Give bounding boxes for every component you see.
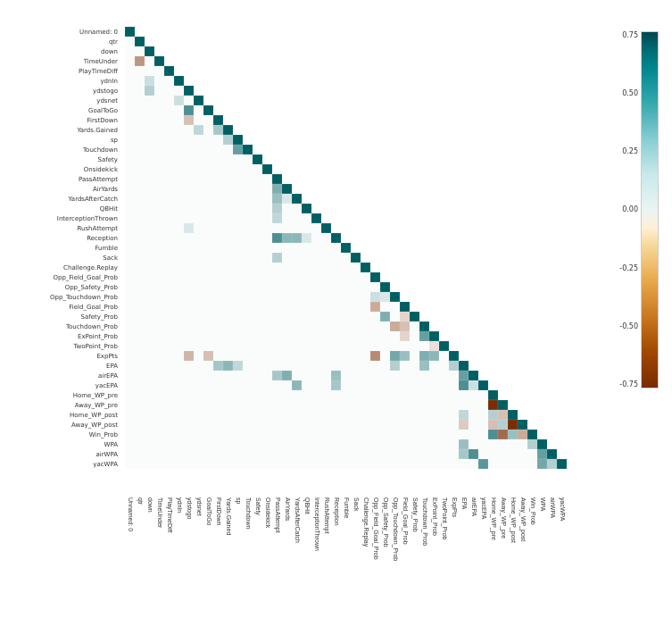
row-label-25: Opp_Field_Goal_Prob bbox=[4, 272, 120, 282]
row-label-28: Field_Goal_Prob bbox=[4, 302, 120, 312]
row-label-42: WPA bbox=[4, 439, 120, 449]
chart-container: Unnamed: 0qtrdownTimeUnderPlayTimeDiffyd… bbox=[0, 0, 672, 618]
row-label-35: airEPA bbox=[4, 371, 120, 380]
row-label-8: GoalToGo bbox=[4, 105, 120, 115]
row-label-33: ExpPts bbox=[4, 351, 120, 361]
row-label-5: ydnIn bbox=[4, 76, 120, 86]
row-label-12: Touchdown bbox=[4, 145, 120, 154]
row-label-14: Onsidekick bbox=[4, 164, 120, 174]
colorbar-tick-075: 0.75 bbox=[619, 31, 638, 39]
row-label-3: TimeUnder bbox=[4, 56, 120, 66]
row-label-11: sp bbox=[4, 135, 120, 145]
row-label-0: Unnamed: 0 bbox=[4, 27, 120, 37]
row-label-34: EPA bbox=[4, 361, 120, 371]
row-label-24: Challenge.Replay bbox=[4, 263, 120, 272]
row-label-16: AirYards bbox=[4, 184, 120, 194]
row-label-31: ExPoint_Prob bbox=[4, 331, 120, 341]
colorbar-labels: 0.75 0.50 0.25 0.00 -0.25 -0.50 -0.75 bbox=[619, 31, 638, 388]
row-label-37: Home_WP_pre bbox=[4, 390, 120, 400]
row-label-36: yacEPA bbox=[4, 380, 120, 390]
row-label-27: Opp_Touchdown_Prob bbox=[4, 292, 120, 302]
heatmap-area bbox=[125, 27, 589, 618]
row-label-1: qtr bbox=[4, 37, 120, 46]
colorbar bbox=[641, 31, 659, 388]
row-label-40: Away_WP_post bbox=[4, 420, 120, 430]
row-label-10: Yards.Gained bbox=[4, 125, 120, 135]
row-label-2: down bbox=[4, 46, 120, 56]
row-label-38: Away_WP_pre bbox=[4, 400, 120, 410]
row-label-43: airWPA bbox=[4, 449, 120, 459]
row-label-19: InterceptionThrown bbox=[4, 213, 120, 223]
row-label-30: Touchdown_Prob bbox=[4, 322, 120, 331]
row-label-4: PlayTimeDiff bbox=[4, 66, 120, 76]
row-label-20: RushAttempt bbox=[4, 223, 120, 233]
row-label-15: PassAttempt bbox=[4, 174, 120, 184]
row-label-13: Safety bbox=[4, 154, 120, 164]
row-label-29: Safety_Prob bbox=[4, 312, 120, 322]
row-label-9: FirstDown bbox=[4, 115, 120, 125]
colorbar-tick-n050: -0.50 bbox=[619, 322, 638, 330]
row-label-21: Reception bbox=[4, 233, 120, 243]
row-label-44: yacWPA bbox=[4, 459, 120, 469]
colorbar-tick-n025: -0.25 bbox=[619, 264, 638, 272]
row-label-39: Home_WP_post bbox=[4, 410, 120, 420]
colorbar-tick-n075: -0.75 bbox=[619, 380, 638, 388]
row-label-32: TwoPoint_Prob bbox=[4, 341, 120, 351]
row-label-41: Win_Prob bbox=[4, 430, 120, 439]
colorbar-tick-050: 0.50 bbox=[619, 89, 638, 97]
colorbar-gradient bbox=[641, 31, 659, 388]
row-label-23: Sack bbox=[4, 253, 120, 263]
row-label-18: QBHit bbox=[4, 204, 120, 213]
row-label-26: Opp_Safety_Prob bbox=[4, 282, 120, 292]
row-label-7: ydsnet bbox=[4, 96, 120, 105]
row-label-6: ydstogo bbox=[4, 86, 120, 96]
colorbar-tick-000: 0.00 bbox=[619, 205, 638, 213]
row-label-22: Fumble bbox=[4, 243, 120, 253]
row-label-17: YardsAfterCatch bbox=[4, 194, 120, 204]
row-labels: Unnamed: 0qtrdownTimeUnderPlayTimeDiffyd… bbox=[4, 27, 120, 469]
colorbar-tick-025: 0.25 bbox=[619, 147, 638, 155]
